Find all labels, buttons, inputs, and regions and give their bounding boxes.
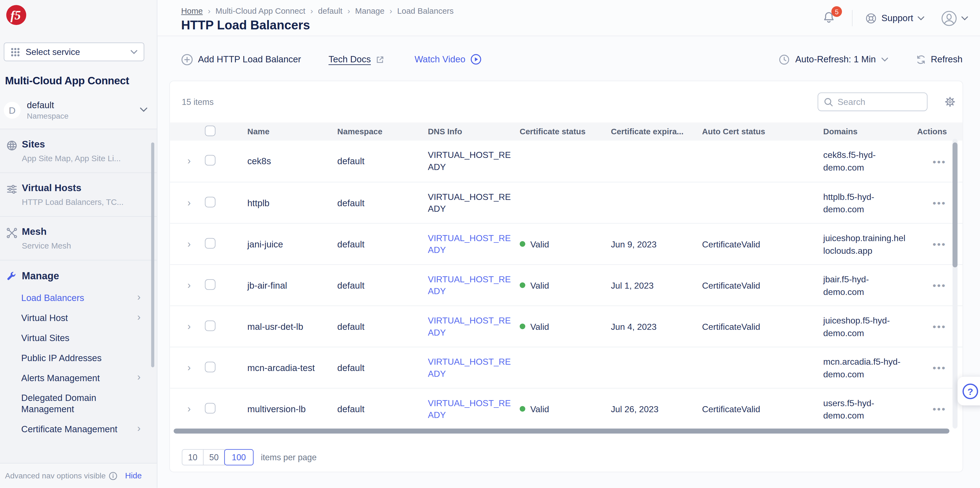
cert-expiration: Jun 9, 2023 xyxy=(611,239,702,249)
dns-info-link[interactable]: VIRTUAL_HOST_READY xyxy=(428,356,511,379)
row-checkbox[interactable] xyxy=(205,238,216,248)
row-actions-menu[interactable]: ••• xyxy=(933,404,947,414)
row-expander[interactable]: › xyxy=(184,361,194,374)
sidebar-item-virtual-sites[interactable]: Virtual Sites xyxy=(0,328,157,348)
column-header-auto-cert-status[interactable]: Auto Cert status xyxy=(702,127,823,136)
page-size-100-button[interactable]: 100 xyxy=(224,449,253,466)
sidebar-item-sites[interactable]: Sites App Site Map, App Site Li... xyxy=(0,129,157,173)
sidebar-item-label: Virtual Hosts xyxy=(22,182,148,194)
row-expander[interactable]: › xyxy=(184,278,194,291)
service-selector[interactable]: Select service xyxy=(4,43,145,61)
row-expander[interactable]: › xyxy=(184,237,194,250)
column-header-certificate-status[interactable]: Certificate status xyxy=(520,127,611,136)
column-header-dns-info[interactable]: DNS Info xyxy=(428,127,520,136)
row-expander[interactable]: › xyxy=(184,320,194,333)
row-checkbox[interactable] xyxy=(205,320,216,331)
table-horizontal-scrollbar[interactable] xyxy=(173,428,949,433)
table-toolbar: 15 items xyxy=(170,81,963,122)
dns-info-link[interactable]: VIRTUAL_HOST_READY xyxy=(428,315,511,338)
row-actions-menu[interactable]: ••• xyxy=(933,280,947,291)
sidebar: f5 Select service Multi-Cloud App Connec… xyxy=(0,0,158,488)
breadcrumb-item[interactable]: Manage xyxy=(355,6,384,16)
chevron-right-icon: › xyxy=(137,292,141,303)
namespace-selector[interactable]: D default Namespace xyxy=(4,95,154,125)
row-checkbox[interactable] xyxy=(205,196,216,207)
sidebar-item-label: Public IP Addresses xyxy=(21,353,102,363)
tech-docs-link[interactable]: Tech Docs xyxy=(328,54,384,64)
sidebar-item-manage[interactable]: Manage xyxy=(0,270,157,282)
row-expander[interactable]: › xyxy=(184,154,194,167)
gear-icon[interactable] xyxy=(944,96,956,107)
user-menu[interactable] xyxy=(941,10,968,26)
auto-refresh-dropdown[interactable]: Auto-Refresh: 1 Min xyxy=(779,54,888,65)
sidebar-item-virtual-hosts[interactable]: Virtual Hosts HTTP Load Balancers, TC... xyxy=(0,173,157,217)
column-header-name[interactable]: Name xyxy=(247,127,337,136)
cert-expiration: Jul 26, 2023 xyxy=(611,404,702,414)
column-header-domains[interactable]: Domains xyxy=(823,127,917,136)
column-header-certificate-expiration[interactable]: Certificate expira... xyxy=(611,127,702,136)
row-actions-menu[interactable]: ••• xyxy=(933,321,947,332)
notifications-button[interactable]: 5 xyxy=(822,11,837,26)
page-size-10-button[interactable]: 10 xyxy=(182,449,204,466)
external-link-icon xyxy=(375,55,384,64)
breadcrumb-item[interactable]: Multi-Cloud App Connect xyxy=(216,6,305,16)
sidebar-item-alerts-management[interactable]: Alerts Management› xyxy=(0,368,157,388)
breadcrumb-item[interactable]: Load Balancers xyxy=(397,6,453,16)
table-vertical-scrollbar-thumb[interactable] xyxy=(953,143,958,267)
lb-name: cek8s xyxy=(247,156,337,166)
column-header-namespace[interactable]: Namespace xyxy=(337,127,428,136)
dns-info-link[interactable]: VIRTUAL_HOST_READY xyxy=(428,397,511,421)
sidebar-item-public-ip-addresses[interactable]: Public IP Addresses xyxy=(0,348,157,368)
auto-cert-status: CertificateValid xyxy=(702,280,823,290)
hide-nav-link[interactable]: Hide xyxy=(125,471,142,480)
sidebar-item-virtual-host[interactable]: Virtual Host› xyxy=(0,308,157,328)
cert-status-label: Valid xyxy=(530,404,549,414)
row-expander[interactable]: › xyxy=(184,196,194,209)
table-row: ›mcn-arcadia-testdefaultVIRTUAL_HOST_REA… xyxy=(170,347,963,388)
manage-section: Manage Load Balancers›Virtual Host›Virtu… xyxy=(0,261,157,444)
service-selector-label: Select service xyxy=(25,47,80,57)
items-per-page-label: items per page xyxy=(261,453,317,462)
select-all-checkbox[interactable] xyxy=(205,125,216,136)
table-row: ›cek8sdefaultVIRTUAL_HOST_READYcek8s.f5-… xyxy=(170,141,963,182)
row-checkbox[interactable] xyxy=(205,361,216,372)
watch-video-link[interactable]: Watch Video xyxy=(415,54,482,65)
sidebar-item-certificate-management[interactable]: Certificate Management› xyxy=(0,419,157,439)
help-button[interactable]: ? xyxy=(958,377,980,405)
row-checkbox[interactable] xyxy=(205,155,216,165)
row-actions-menu[interactable]: ••• xyxy=(933,362,947,373)
breadcrumb-item[interactable]: default xyxy=(318,6,342,16)
row-actions-menu[interactable]: ••• xyxy=(933,197,947,208)
page-size-50-button[interactable]: 50 xyxy=(203,449,225,466)
refresh-button[interactable]: Refresh xyxy=(916,54,963,65)
dns-info-link[interactable]: VIRTUAL_HOST_READY xyxy=(428,232,511,256)
table-body: ›cek8sdefaultVIRTUAL_HOST_READYcek8s.f5-… xyxy=(170,141,963,429)
breadcrumb-home[interactable]: Home xyxy=(181,6,203,16)
row-actions-menu[interactable]: ••• xyxy=(933,156,947,167)
row-expander[interactable]: › xyxy=(184,402,194,415)
chevron-right-icon: › xyxy=(347,6,350,16)
search-input[interactable] xyxy=(837,97,921,107)
sidebar-item-mesh[interactable]: Mesh Service Mesh xyxy=(0,217,157,260)
chevron-down-icon xyxy=(961,16,968,20)
sidebar-item-delegated-domain-management[interactable]: Delegated Domain Management xyxy=(0,388,157,419)
lb-namespace: default xyxy=(337,362,428,372)
row-checkbox[interactable] xyxy=(205,279,216,290)
chevron-right-icon: › xyxy=(137,312,141,323)
namespace-type-label: Namespace xyxy=(27,111,68,120)
f5-logo-text: f5 xyxy=(10,8,21,22)
support-label: Support xyxy=(881,13,913,23)
clock-icon xyxy=(779,54,790,65)
row-checkbox[interactable] xyxy=(205,402,216,413)
support-menu[interactable]: Support xyxy=(865,12,924,24)
search-icon xyxy=(824,97,833,107)
row-actions-menu[interactable]: ••• xyxy=(933,238,947,250)
sidebar-item-load-balancers[interactable]: Load Balancers› xyxy=(0,288,157,308)
toolbar: Add HTTP Load Balancer Tech Docs Watch V… xyxy=(158,50,980,69)
add-http-load-balancer-button[interactable]: Add HTTP Load Balancer xyxy=(181,53,301,65)
sidebar-item-label: Load Balancers xyxy=(21,293,84,303)
lb-domains: users.f5-hyd-demo.com xyxy=(823,396,905,421)
sidebar-scrollbar[interactable] xyxy=(151,143,154,367)
dns-info-link[interactable]: VIRTUAL_HOST_READY xyxy=(428,273,511,297)
dns-info: VIRTUAL_HOST_READY xyxy=(428,149,511,173)
